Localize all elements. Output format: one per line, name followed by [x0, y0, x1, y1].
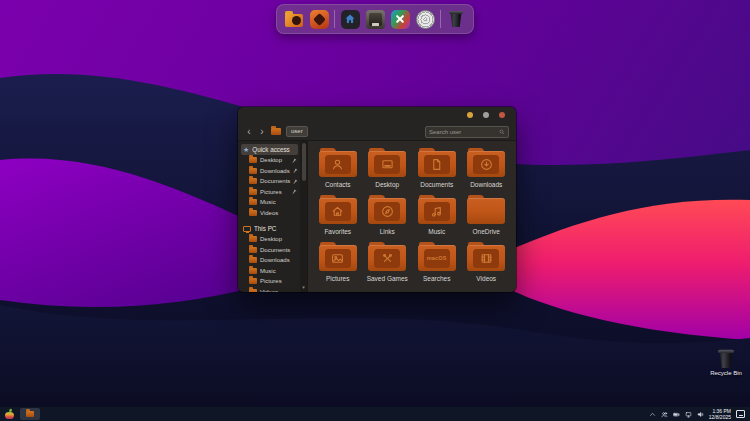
folder-emblem-panel: macOS: [424, 249, 450, 268]
sidebar-item-downloads[interactable]: Downloads: [241, 166, 298, 177]
sidebar-item-downloads[interactable]: Downloads: [241, 255, 298, 266]
folder-label: Pictures: [326, 275, 349, 282]
taskbar: 1:36 PM 12/8/2025: [0, 407, 750, 421]
folder-tile-links[interactable]: Links: [363, 195, 413, 242]
sidebar-item-desktop[interactable]: Desktop: [241, 155, 298, 166]
search-input[interactable]: [429, 129, 499, 135]
pin-icon: [293, 179, 298, 184]
home-app-icon[interactable]: [340, 9, 360, 29]
folder-emblem-panel: [473, 155, 499, 174]
scrollbar-thumb[interactable]: [302, 143, 306, 181]
sidebar-item-label: Videos: [260, 289, 278, 292]
tweaks-app-icon[interactable]: [390, 9, 410, 29]
folder-icon: [249, 199, 257, 205]
sidebar-item-documents[interactable]: Documents: [241, 176, 298, 187]
folder-tile-onedrive[interactable]: OneDrive: [462, 195, 512, 242]
monitor-icon: [381, 158, 394, 171]
breadcrumb[interactable]: user: [286, 126, 308, 137]
sidebar-section-this-pc[interactable]: This PC: [241, 223, 298, 234]
tray-people-icon[interactable]: [661, 411, 668, 418]
big-folder-icon: [467, 245, 505, 271]
pin-icon: [292, 158, 297, 163]
file-grid: ContactsDesktopDocumentsDownloadsFavorit…: [308, 141, 516, 292]
tray-battery-icon[interactable]: [673, 411, 680, 418]
big-folder-icon: [319, 245, 357, 271]
folder-icon: [249, 278, 257, 284]
tray-chevron-up-icon[interactable]: [649, 411, 656, 418]
folder-tile-music[interactable]: Music: [412, 195, 462, 242]
taskbar-clock[interactable]: 1:36 PM 12/8/2025: [709, 408, 731, 421]
desktop: ‹ › user ★Quick accessDesktopDownloadsDo…: [0, 0, 750, 421]
file-manager-window: ‹ › user ★Quick accessDesktopDownloadsDo…: [238, 107, 516, 292]
settings-app-icon[interactable]: [415, 9, 435, 29]
folder-tile-desktop[interactable]: Desktop: [363, 148, 413, 195]
person-icon: [331, 158, 344, 171]
sidebar: ★Quick accessDesktopDownloadsDocumentsPi…: [238, 141, 308, 292]
sidebar-item-videos[interactable]: Videos: [241, 208, 298, 219]
back-button[interactable]: ‹: [245, 127, 253, 137]
folder-label: OneDrive: [473, 228, 500, 235]
window-controls: [467, 112, 505, 118]
sidebar-item-pictures[interactable]: Pictures: [241, 276, 298, 287]
big-folder-icon: [319, 198, 357, 224]
folder-emblem-panel: [374, 202, 400, 221]
package-app-icon[interactable]: [365, 9, 385, 29]
folder-tile-favorites[interactable]: Favorites: [313, 195, 363, 242]
sidebar-item-label: Desktop: [260, 236, 282, 242]
folder-label: Favorites: [324, 228, 351, 235]
action-center-icon[interactable]: [736, 410, 745, 418]
trash-icon[interactable]: [446, 9, 466, 29]
folder-tile-saved-games[interactable]: Saved Games: [363, 242, 413, 289]
tray-volume-icon[interactable]: [697, 411, 704, 418]
minimize-button[interactable]: [467, 112, 473, 118]
sidebar-sections: ★Quick accessDesktopDownloadsDocumentsPi…: [241, 144, 298, 292]
recycle-bin-icon: [718, 350, 734, 368]
folder-emblem-panel: [374, 249, 400, 268]
sidebar-item-music[interactable]: Music: [241, 266, 298, 277]
sidebar-section-label: This PC: [254, 225, 276, 232]
music-icon: [430, 205, 443, 218]
sidebar-item-desktop[interactable]: Desktop: [241, 234, 298, 245]
sidebar-item-label: Music: [260, 268, 276, 274]
forward-button[interactable]: ›: [258, 127, 266, 137]
tray-network-icon[interactable]: [685, 411, 692, 418]
folder-emblem-panel: [473, 249, 499, 268]
start-button[interactable]: [5, 409, 14, 419]
pin-icon: [293, 168, 298, 173]
sidebar-section-quick-access[interactable]: ★Quick access: [241, 144, 298, 155]
close-button[interactable]: [499, 112, 505, 118]
folder-label: Links: [380, 228, 395, 235]
quick-access-star-icon: ★: [243, 146, 249, 153]
folder-tile-documents[interactable]: Documents: [412, 148, 462, 195]
sidebar-item-documents[interactable]: Documents: [241, 245, 298, 256]
folder-icon: [249, 289, 257, 292]
folder-icon: [249, 236, 257, 242]
recycle-bin[interactable]: Recycle Bin: [703, 351, 749, 376]
tray-icons: [661, 411, 704, 418]
gem-app-icon[interactable]: [309, 9, 329, 29]
sidebar-scrollbar[interactable]: ▾: [300, 141, 307, 292]
window-titlebar[interactable]: [238, 107, 516, 123]
sidebar-item-music[interactable]: Music: [241, 197, 298, 208]
scrollbar-down-icon[interactable]: ▾: [300, 283, 307, 292]
folder-tile-contacts[interactable]: Contacts: [313, 148, 363, 195]
search-box[interactable]: [425, 126, 509, 138]
big-folder-icon: [467, 198, 505, 224]
sidebar-item-videos[interactable]: Videos: [241, 287, 298, 293]
folder-label: Searches: [423, 275, 450, 282]
folder-tile-searches[interactable]: macOSSearches: [412, 242, 462, 289]
sidebar-section-label: Quick access: [252, 146, 289, 153]
folder-emblem-panel: [374, 155, 400, 174]
sidebar-item-pictures[interactable]: Pictures: [241, 187, 298, 198]
files-app-icon[interactable]: [284, 9, 304, 29]
big-folder-icon: macOS: [418, 245, 456, 271]
compass-icon: [381, 205, 394, 218]
folder-tile-downloads[interactable]: Downloads: [462, 148, 512, 195]
big-folder-icon: [368, 198, 406, 224]
taskbar-explorer-button[interactable]: [20, 408, 40, 420]
folder-emblem-panel: [325, 202, 351, 221]
maximize-button[interactable]: [483, 112, 489, 118]
folder-tile-videos[interactable]: Videos: [462, 242, 512, 289]
folder-tile-pictures[interactable]: Pictures: [313, 242, 363, 289]
sidebar-item-label: Pictures: [260, 278, 282, 284]
